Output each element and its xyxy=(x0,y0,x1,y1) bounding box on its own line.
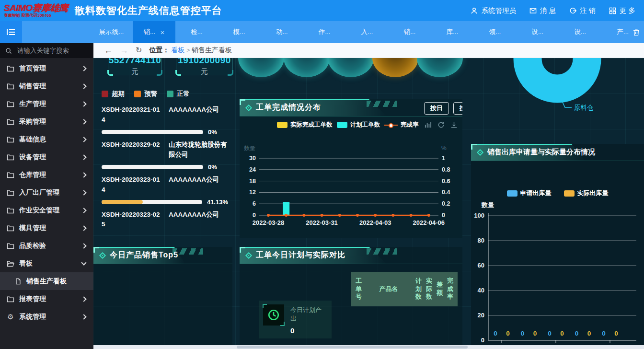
horizontal-scrollbar[interactable] xyxy=(93,345,644,349)
tab-2[interactable]: 检... xyxy=(175,21,218,43)
sidebar-item-label: 模具管理 xyxy=(19,224,46,233)
breadcrumb-link-kanban[interactable]: 看板 xyxy=(171,46,184,54)
status-legend-正常: 正常 xyxy=(167,90,190,98)
logo-text: SAiMO赛摩雄鹰 xyxy=(4,3,68,12)
sidebar-item-12[interactable]: 报表管理 xyxy=(0,290,93,308)
folder-icon xyxy=(7,224,14,232)
sidebar-item-5[interactable]: 设备管理 xyxy=(0,148,93,166)
sidebar-item-6[interactable]: 仓库管理 xyxy=(0,166,93,184)
svg-text:0.2: 0.2 xyxy=(442,200,450,207)
chevron-right-icon xyxy=(81,154,86,160)
topbar-action-1[interactable]: 消 息 xyxy=(529,6,556,15)
chevron-right-icon xyxy=(81,101,86,106)
tab-10[interactable]: 设... xyxy=(516,21,559,43)
tab-5[interactable]: 作... xyxy=(303,21,346,43)
app-logo[interactable]: SAiMO赛摩雄鹰 赛摩智能 股票代码300466 xyxy=(4,3,68,18)
sidebar-item-2[interactable]: 生产管理 xyxy=(0,95,93,113)
search-input[interactable] xyxy=(16,47,88,55)
svg-text:0: 0 xyxy=(602,330,606,337)
sidebar-item-label: 生产管理 xyxy=(19,100,46,108)
logo-subtext: 赛摩智能 股票代码300466 xyxy=(4,13,68,18)
sidebar-collapse-button[interactable] xyxy=(0,21,22,43)
topbar: SAiMO赛摩雄鹰 赛摩智能 股票代码300466 散料数智化生产线信息管控平台… xyxy=(0,0,644,21)
order-code: XSDH-20220323-014 xyxy=(102,175,161,195)
sidebar-item-11[interactable]: 看板 xyxy=(0,255,93,272)
topbar-action-3[interactable]: 更 多 xyxy=(609,6,635,15)
compare-stat-cards: 今日计划产出0今日实际产出 xyxy=(259,301,332,349)
sidebar-item-13[interactable]: ⚙系统管理 xyxy=(0,308,93,326)
order-item-0: XSDH-20220321-014AAAAAAAA公司0% xyxy=(102,105,228,136)
sidebar-item-label: 作业安全管理 xyxy=(19,206,59,215)
sidebar-item-10[interactable]: 品质检验 xyxy=(0,237,93,255)
sidebar-item-1[interactable]: 销售管理 xyxy=(0,77,93,95)
svg-text:2022-03-31: 2022-03-31 xyxy=(306,219,338,226)
hamburger-icon xyxy=(7,28,15,36)
breadcrumb-separator: > xyxy=(186,47,190,54)
tab-8[interactable]: 库... xyxy=(431,21,473,43)
chevron-down-icon xyxy=(81,260,86,265)
svg-text:0: 0 xyxy=(533,330,537,337)
legend-swatch xyxy=(507,190,518,197)
order-item-3: XSDH-20220323-025AAAAAAAA公司 xyxy=(102,210,228,230)
legend-实际完成工单数[interactable]: 实际完成工单数 xyxy=(277,121,333,129)
tab-6[interactable]: 入... xyxy=(346,21,389,43)
today-stat-0: 今日计划产出0 xyxy=(259,301,332,338)
download-icon[interactable] xyxy=(450,121,458,128)
sidebar-item-9[interactable]: 模具管理 xyxy=(0,219,93,237)
legend-申请出库量[interactable]: 申请出库量 xyxy=(507,189,552,198)
sidebar-item-7[interactable]: 入厂出厂管理 xyxy=(0,184,93,201)
sidebar-item-8[interactable]: 作业安全管理 xyxy=(0,201,93,219)
folder-icon xyxy=(7,171,14,179)
close-all-tabs-button[interactable] xyxy=(630,21,643,43)
topbar-action-label: 消 息 xyxy=(540,6,556,15)
tab-11[interactable]: 设... xyxy=(559,21,601,43)
topbar-action-2[interactable]: 注 销 xyxy=(569,6,596,15)
folder-icon xyxy=(7,207,14,214)
mail-icon xyxy=(529,7,537,14)
tank-3 xyxy=(372,58,418,77)
tab-label: 领... xyxy=(489,28,501,36)
tab-9[interactable]: 领... xyxy=(473,21,516,43)
svg-text:0.6: 0.6 xyxy=(442,178,450,185)
panel-outbound-distribution: 销售出库申请量与实际量分布情况 申请出库量实际出库量 数量02040608010… xyxy=(471,144,644,349)
folder-icon xyxy=(7,118,14,126)
tab-1[interactable]: 销...× xyxy=(133,21,175,43)
sidebar-item-label: 系统管理 xyxy=(19,313,46,321)
sidebar-item-0[interactable]: 首页管理 xyxy=(0,59,93,77)
bar-chart-toggle-icon[interactable] xyxy=(425,121,432,128)
clock-icon xyxy=(263,304,284,326)
sidebar-item-4[interactable]: 基础信息 xyxy=(0,130,93,148)
svg-text:40: 40 xyxy=(478,287,484,294)
tab-close-icon[interactable]: × xyxy=(160,28,164,36)
tab-7[interactable]: 销... xyxy=(388,21,431,43)
folder-icon xyxy=(7,295,14,303)
chevron-right-icon xyxy=(81,225,86,231)
sidebar-item-3[interactable]: 采购管理 xyxy=(0,113,93,130)
svg-text:0: 0 xyxy=(521,330,525,337)
legend-计划工单数[interactable]: 计划工单数 xyxy=(337,121,380,129)
chevron-right-icon xyxy=(81,243,86,248)
legend-完成率[interactable]: 完成率 xyxy=(384,121,419,129)
chart-toolbox xyxy=(425,121,458,128)
legend-实际出库量[interactable]: 实际出库量 xyxy=(564,189,609,198)
logout-icon xyxy=(569,7,576,14)
tab-4[interactable]: 动... xyxy=(261,21,303,43)
nav-forward-icon[interactable]: → xyxy=(120,46,128,55)
svg-text:0: 0 xyxy=(494,330,497,337)
order-progress-percent: 0% xyxy=(208,163,228,171)
by-day-button[interactable]: 按日 xyxy=(424,102,449,115)
tab-0[interactable]: 展示线... xyxy=(90,21,133,43)
user-icon xyxy=(471,7,478,14)
panel-compare-title: 工单今日计划与实际对比 xyxy=(256,250,345,260)
scrollbar-thumb[interactable] xyxy=(237,346,468,349)
svg-text:1: 1 xyxy=(442,155,445,162)
refresh-icon[interactable]: ↻ xyxy=(136,47,142,54)
topbar-action-0[interactable]: 系统管理员 xyxy=(471,6,516,15)
sidebar-subitem-销售生产看板[interactable]: 销售生产看板 xyxy=(0,272,93,290)
tab-label: 销... xyxy=(404,28,416,36)
nav-back-icon[interactable]: ← xyxy=(104,46,113,55)
restore-icon[interactable] xyxy=(437,121,445,128)
order-code: XSDH-20220329-02 xyxy=(102,140,161,160)
tab-3[interactable]: 模... xyxy=(218,21,261,43)
by-month-button[interactable]: 按月 xyxy=(453,102,462,115)
